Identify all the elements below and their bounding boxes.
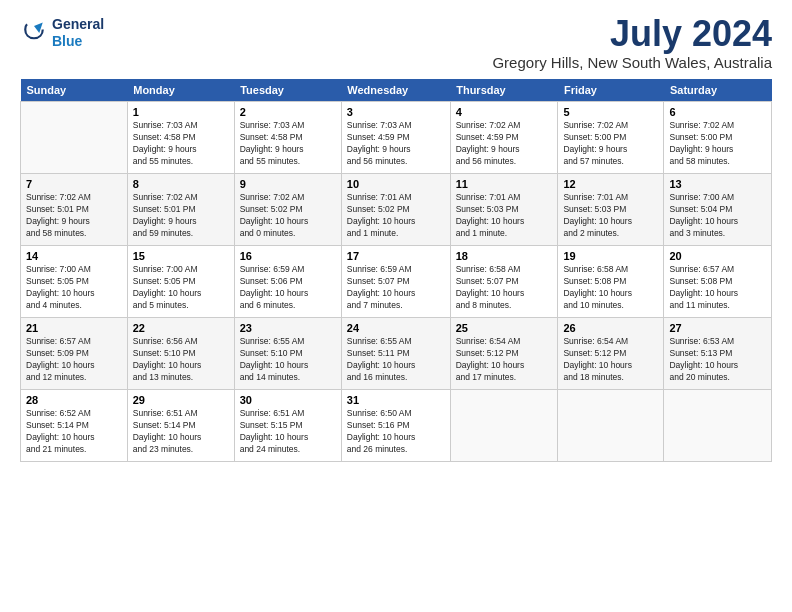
- day-cell: 23Sunrise: 6:55 AMSunset: 5:10 PMDayligh…: [234, 318, 341, 390]
- day-cell: [21, 102, 128, 174]
- day-info: Sunrise: 6:50 AMSunset: 5:16 PMDaylight:…: [347, 408, 445, 456]
- day-cell: 27Sunrise: 6:53 AMSunset: 5:13 PMDayligh…: [664, 318, 772, 390]
- day-info: Sunrise: 7:00 AMSunset: 5:05 PMDaylight:…: [26, 264, 122, 312]
- day-cell: 14Sunrise: 7:00 AMSunset: 5:05 PMDayligh…: [21, 246, 128, 318]
- day-number: 9: [240, 178, 336, 190]
- page: General Blue July 2024 Gregory Hills, Ne…: [0, 0, 792, 612]
- day-info: Sunrise: 6:53 AMSunset: 5:13 PMDaylight:…: [669, 336, 766, 384]
- day-number: 28: [26, 394, 122, 406]
- day-cell: 11Sunrise: 7:01 AMSunset: 5:03 PMDayligh…: [450, 174, 558, 246]
- day-number: 10: [347, 178, 445, 190]
- day-info: Sunrise: 6:55 AMSunset: 5:11 PMDaylight:…: [347, 336, 445, 384]
- day-number: 24: [347, 322, 445, 334]
- day-cell: 19Sunrise: 6:58 AMSunset: 5:08 PMDayligh…: [558, 246, 664, 318]
- day-info: Sunrise: 6:57 AMSunset: 5:09 PMDaylight:…: [26, 336, 122, 384]
- day-info: Sunrise: 6:54 AMSunset: 5:12 PMDaylight:…: [456, 336, 553, 384]
- day-cell: 18Sunrise: 6:58 AMSunset: 5:07 PMDayligh…: [450, 246, 558, 318]
- day-cell: 13Sunrise: 7:00 AMSunset: 5:04 PMDayligh…: [664, 174, 772, 246]
- day-info: Sunrise: 6:58 AMSunset: 5:08 PMDaylight:…: [563, 264, 658, 312]
- day-cell: 24Sunrise: 6:55 AMSunset: 5:11 PMDayligh…: [341, 318, 450, 390]
- location-title: Gregory Hills, New South Wales, Australi…: [492, 54, 772, 71]
- week-row-2: 7Sunrise: 7:02 AMSunset: 5:01 PMDaylight…: [21, 174, 772, 246]
- month-title: July 2024: [492, 16, 772, 52]
- day-info: Sunrise: 7:03 AMSunset: 4:58 PMDaylight:…: [240, 120, 336, 168]
- day-info: Sunrise: 6:58 AMSunset: 5:07 PMDaylight:…: [456, 264, 553, 312]
- header-thursday: Thursday: [450, 79, 558, 102]
- day-info: Sunrise: 7:03 AMSunset: 4:59 PMDaylight:…: [347, 120, 445, 168]
- day-cell: 16Sunrise: 6:59 AMSunset: 5:06 PMDayligh…: [234, 246, 341, 318]
- day-info: Sunrise: 6:52 AMSunset: 5:14 PMDaylight:…: [26, 408, 122, 456]
- header-friday: Friday: [558, 79, 664, 102]
- header-tuesday: Tuesday: [234, 79, 341, 102]
- day-cell: 12Sunrise: 7:01 AMSunset: 5:03 PMDayligh…: [558, 174, 664, 246]
- day-cell: [450, 390, 558, 462]
- day-number: 4: [456, 106, 553, 118]
- day-number: 22: [133, 322, 229, 334]
- day-cell: 3Sunrise: 7:03 AMSunset: 4:59 PMDaylight…: [341, 102, 450, 174]
- header-row: Sunday Monday Tuesday Wednesday Thursday…: [21, 79, 772, 102]
- week-row-5: 28Sunrise: 6:52 AMSunset: 5:14 PMDayligh…: [21, 390, 772, 462]
- day-cell: 26Sunrise: 6:54 AMSunset: 5:12 PMDayligh…: [558, 318, 664, 390]
- day-cell: 20Sunrise: 6:57 AMSunset: 5:08 PMDayligh…: [664, 246, 772, 318]
- logo-icon: [20, 19, 48, 47]
- day-number: 30: [240, 394, 336, 406]
- day-info: Sunrise: 7:02 AMSunset: 5:01 PMDaylight:…: [133, 192, 229, 240]
- day-cell: 17Sunrise: 6:59 AMSunset: 5:07 PMDayligh…: [341, 246, 450, 318]
- day-info: Sunrise: 7:00 AMSunset: 5:04 PMDaylight:…: [669, 192, 766, 240]
- day-number: 18: [456, 250, 553, 262]
- header: General Blue July 2024 Gregory Hills, Ne…: [20, 16, 772, 71]
- week-row-3: 14Sunrise: 7:00 AMSunset: 5:05 PMDayligh…: [21, 246, 772, 318]
- day-number: 6: [669, 106, 766, 118]
- header-wednesday: Wednesday: [341, 79, 450, 102]
- day-number: 12: [563, 178, 658, 190]
- day-number: 5: [563, 106, 658, 118]
- day-cell: 2Sunrise: 7:03 AMSunset: 4:58 PMDaylight…: [234, 102, 341, 174]
- day-number: 19: [563, 250, 658, 262]
- day-number: 3: [347, 106, 445, 118]
- day-info: Sunrise: 6:57 AMSunset: 5:08 PMDaylight:…: [669, 264, 766, 312]
- week-row-4: 21Sunrise: 6:57 AMSunset: 5:09 PMDayligh…: [21, 318, 772, 390]
- day-cell: 22Sunrise: 6:56 AMSunset: 5:10 PMDayligh…: [127, 318, 234, 390]
- day-info: Sunrise: 7:00 AMSunset: 5:05 PMDaylight:…: [133, 264, 229, 312]
- day-cell: 5Sunrise: 7:02 AMSunset: 5:00 PMDaylight…: [558, 102, 664, 174]
- day-info: Sunrise: 7:01 AMSunset: 5:03 PMDaylight:…: [456, 192, 553, 240]
- day-cell: 31Sunrise: 6:50 AMSunset: 5:16 PMDayligh…: [341, 390, 450, 462]
- day-cell: 1Sunrise: 7:03 AMSunset: 4:58 PMDaylight…: [127, 102, 234, 174]
- day-info: Sunrise: 6:59 AMSunset: 5:07 PMDaylight:…: [347, 264, 445, 312]
- day-info: Sunrise: 6:55 AMSunset: 5:10 PMDaylight:…: [240, 336, 336, 384]
- day-cell: 30Sunrise: 6:51 AMSunset: 5:15 PMDayligh…: [234, 390, 341, 462]
- svg-rect-0: [20, 19, 48, 47]
- day-info: Sunrise: 7:02 AMSunset: 5:01 PMDaylight:…: [26, 192, 122, 240]
- day-cell: 21Sunrise: 6:57 AMSunset: 5:09 PMDayligh…: [21, 318, 128, 390]
- day-number: 2: [240, 106, 336, 118]
- header-monday: Monday: [127, 79, 234, 102]
- day-number: 8: [133, 178, 229, 190]
- day-number: 23: [240, 322, 336, 334]
- header-sunday: Sunday: [21, 79, 128, 102]
- day-info: Sunrise: 7:03 AMSunset: 4:58 PMDaylight:…: [133, 120, 229, 168]
- day-number: 15: [133, 250, 229, 262]
- day-cell: 28Sunrise: 6:52 AMSunset: 5:14 PMDayligh…: [21, 390, 128, 462]
- day-number: 29: [133, 394, 229, 406]
- day-cell: 10Sunrise: 7:01 AMSunset: 5:02 PMDayligh…: [341, 174, 450, 246]
- day-info: Sunrise: 7:02 AMSunset: 4:59 PMDaylight:…: [456, 120, 553, 168]
- day-number: 17: [347, 250, 445, 262]
- day-info: Sunrise: 7:01 AMSunset: 5:03 PMDaylight:…: [563, 192, 658, 240]
- day-info: Sunrise: 6:51 AMSunset: 5:15 PMDaylight:…: [240, 408, 336, 456]
- header-saturday: Saturday: [664, 79, 772, 102]
- day-number: 27: [669, 322, 766, 334]
- day-number: 1: [133, 106, 229, 118]
- day-cell: 25Sunrise: 6:54 AMSunset: 5:12 PMDayligh…: [450, 318, 558, 390]
- day-number: 13: [669, 178, 766, 190]
- day-number: 7: [26, 178, 122, 190]
- day-number: 25: [456, 322, 553, 334]
- day-cell: 15Sunrise: 7:00 AMSunset: 5:05 PMDayligh…: [127, 246, 234, 318]
- day-info: Sunrise: 6:51 AMSunset: 5:14 PMDaylight:…: [133, 408, 229, 456]
- day-info: Sunrise: 7:01 AMSunset: 5:02 PMDaylight:…: [347, 192, 445, 240]
- logo-text: General Blue: [52, 16, 104, 50]
- day-cell: 6Sunrise: 7:02 AMSunset: 5:00 PMDaylight…: [664, 102, 772, 174]
- day-info: Sunrise: 6:59 AMSunset: 5:06 PMDaylight:…: [240, 264, 336, 312]
- day-info: Sunrise: 6:56 AMSunset: 5:10 PMDaylight:…: [133, 336, 229, 384]
- day-number: 20: [669, 250, 766, 262]
- day-number: 26: [563, 322, 658, 334]
